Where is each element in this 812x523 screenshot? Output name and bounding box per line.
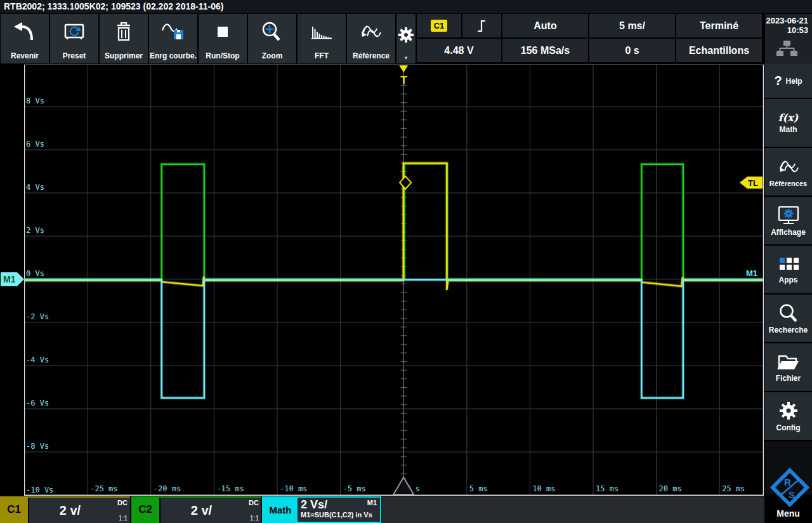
- math-formula: M1=SUB(C1,C2) in Vs: [301, 511, 377, 519]
- math-ref-label: M1: [367, 499, 377, 506]
- menu-button-label[interactable]: Menu: [764, 508, 812, 519]
- svg-text:20 ms: 20 ms: [659, 484, 682, 493]
- horizontal-position-value: 0 s: [625, 45, 639, 56]
- zoom-button[interactable]: Zoom: [248, 14, 296, 63]
- trigger-mode-cell[interactable]: Auto: [502, 14, 588, 37]
- svg-text:-5 ms: -5 ms: [343, 484, 366, 493]
- trigger-acquisition-bar: C1 Auto 5 ms/ Terminé 4.48 V 156 MSa/s 0…: [417, 14, 762, 62]
- revenir-button[interactable]: Revenir: [1, 14, 49, 63]
- sidebar-item-apps[interactable]: Apps: [764, 246, 812, 293]
- toolbar-label: Supprimer: [105, 51, 143, 63]
- channel1-badge[interactable]: C1: [0, 496, 28, 523]
- sidebar-label: Recherche: [769, 326, 808, 334]
- chevron-down-icon: ▼: [403, 56, 409, 63]
- lan-icon: [765, 40, 808, 58]
- svg-text:5 ms: 5 ms: [469, 484, 488, 493]
- sidebar-item-config[interactable]: Config: [764, 392, 812, 440]
- zoom-magnifier-icon: [248, 14, 296, 51]
- toolbar-settings-button[interactable]: ▼: [396, 14, 416, 63]
- svg-text:M1: M1: [746, 268, 757, 278]
- horizontal-position-cell[interactable]: 0 s: [589, 39, 675, 62]
- sample-rate-cell[interactable]: 156 MSa/s: [502, 39, 588, 62]
- back-arrow-icon: [1, 14, 49, 51]
- channel2-cell[interactable]: 2 v/ DC 1:1: [160, 498, 261, 523]
- svg-text:-20 ms: -20 ms: [154, 484, 181, 493]
- svg-text:-10 ms: -10 ms: [280, 484, 307, 493]
- supprimer-button[interactable]: Supprimer: [100, 14, 148, 63]
- display-gear-icon: [775, 205, 802, 227]
- sidebar-item-recherche[interactable]: Recherche: [764, 295, 812, 342]
- timebase-value: 5 ms/: [619, 20, 645, 32]
- math-trace-tag[interactable]: M1: [1, 272, 24, 286]
- toolbar: Revenir Preset Supprimer Enrg courbe. Ru…: [1, 14, 416, 63]
- trash-icon: [100, 14, 148, 51]
- sidebar-item-references[interactable]: Références: [764, 148, 812, 195]
- svg-text:S: S: [789, 489, 795, 500]
- toolbar-label: Preset: [63, 51, 86, 63]
- timebase-cell[interactable]: 5 ms/: [589, 14, 675, 37]
- fft-button[interactable]: FFT: [298, 14, 346, 63]
- sidebar-item-help[interactable]: ? Help: [764, 63, 812, 98]
- svg-text:T: T: [400, 74, 407, 86]
- device-title: RTB2002; 1333.1005K02; 109523 (02.202 20…: [4, 1, 223, 11]
- svg-text:-25 ms: -25 ms: [90, 484, 117, 493]
- toolbar-label: Revenir: [11, 51, 39, 63]
- channel2-badge[interactable]: C2: [131, 496, 159, 523]
- trigger-source-badge: C1: [431, 20, 448, 32]
- trigger-slope-cell[interactable]: [462, 14, 501, 37]
- graticule-plot[interactable]: 8 Vs6 Vs4 Vs2 Vs0 Vs-2 Vs-4 Vs-6 Vs-8 Vs…: [24, 64, 764, 496]
- svg-text:R: R: [784, 477, 791, 487]
- enrg-courbe-button[interactable]: Enrg courbe.: [149, 14, 197, 63]
- gear-icon: [396, 14, 416, 56]
- sidebar-item-math[interactable]: f(x) Math: [764, 99, 812, 147]
- reference-button[interactable]: Référence: [347, 14, 395, 63]
- svg-text:10 ms: 10 ms: [532, 484, 555, 493]
- svg-text:4 Vs: 4 Vs: [26, 183, 44, 192]
- status-time: 10:53: [765, 25, 808, 35]
- channel1-scale: 2 v/: [29, 498, 111, 523]
- channel1-cell[interactable]: 2 v/ DC 1:1: [29, 498, 130, 523]
- trigger-source-cell[interactable]: C1: [417, 14, 461, 37]
- fft-spectrum-icon: [298, 14, 346, 51]
- math-trace-tag-label: M1: [3, 274, 15, 284]
- folder-icon: [775, 352, 802, 373]
- acquisition-state-cell[interactable]: Terminé: [676, 14, 762, 37]
- sidebar-label: Affichage: [771, 228, 806, 237]
- channel1-coupling: DC: [117, 499, 128, 506]
- svg-text:-10 Vs: -10 Vs: [26, 486, 53, 494]
- acquisition-state-value: Terminé: [700, 20, 738, 32]
- svg-text:-4 Vs: -4 Vs: [26, 355, 49, 364]
- save-waveform-icon: [149, 14, 197, 51]
- toolbar-label: Référence: [353, 51, 390, 63]
- magnifier-icon: [775, 303, 802, 324]
- rising-edge-icon: [475, 18, 489, 34]
- fx-icon: f(x): [778, 112, 799, 124]
- acquisition-mode-value: Echantillons: [689, 45, 749, 56]
- svg-text:25 ms: 25 ms: [722, 484, 745, 493]
- math-badge[interactable]: Math: [263, 498, 298, 522]
- trigger-mode-value: Auto: [534, 20, 556, 32]
- toolbar-label: Enrg courbe.: [150, 51, 197, 63]
- oscilloscope-screen: RTB2002; 1333.1005K02; 109523 (02.202 20…: [0, 0, 812, 523]
- svg-text:-15 ms: -15 ms: [216, 484, 244, 493]
- sidebar-item-affichage[interactable]: Affichage: [764, 197, 812, 244]
- question-mark-icon: ?: [774, 74, 782, 88]
- preset-button[interactable]: Preset: [50, 14, 98, 63]
- trigger-level-cell[interactable]: 4.48 V: [417, 39, 501, 62]
- acquisition-mode-cell[interactable]: Echantillons: [676, 39, 762, 62]
- svg-text:2 Vs: 2 Vs: [26, 226, 44, 235]
- sidebar-item-fichier[interactable]: Fichier: [764, 343, 812, 391]
- rs-logo-icon[interactable]: R S: [764, 468, 812, 510]
- reference-wave-icon: [347, 14, 395, 51]
- sample-rate-value: 156 MSa/s: [521, 45, 570, 56]
- math-cell[interactable]: 2 Vs/ M1 M1=SUB(C1,C2) in Vs: [298, 498, 380, 522]
- channel1-probe: 1:1: [119, 515, 128, 522]
- run-stop-button[interactable]: Run/Stop: [199, 14, 247, 63]
- trigger-level-value: 4.48 V: [444, 45, 473, 56]
- math-scale: 2 Vs/: [301, 498, 377, 511]
- svg-text:6 Vs: 6 Vs: [26, 140, 44, 149]
- preset-monitor-icon: [50, 14, 98, 51]
- titlebar: RTB2002; 1333.1005K02; 109523 (02.202 20…: [0, 0, 812, 13]
- svg-text:15 ms: 15 ms: [596, 484, 619, 493]
- math-section[interactable]: Math 2 Vs/ M1 M1=SUB(C1,C2) in Vs: [262, 496, 381, 523]
